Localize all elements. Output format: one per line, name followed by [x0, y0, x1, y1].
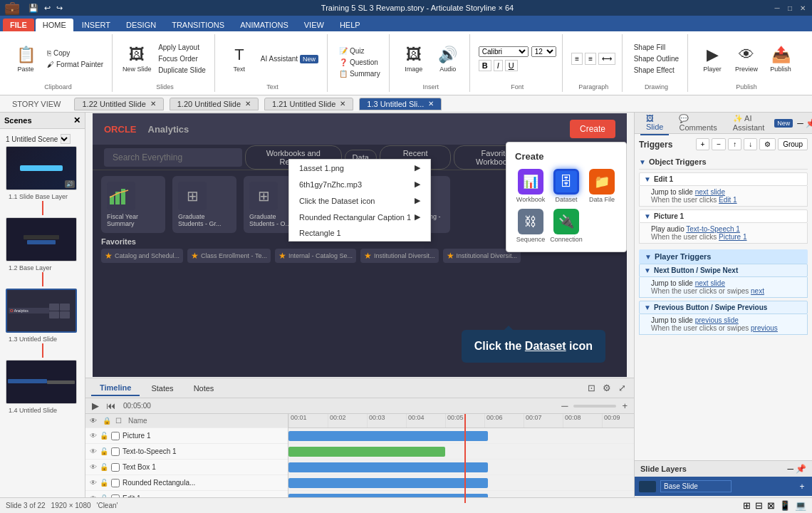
states-tab[interactable]: States	[142, 381, 182, 395]
trigger-picture1-expand[interactable]: ▼	[644, 212, 651, 220]
timeline-tab[interactable]: Timeline	[91, 380, 140, 396]
duplicate-slide-button[interactable]: Duplicate Slide	[155, 65, 209, 76]
view-normal-btn[interactable]: ⊞	[743, 500, 751, 511]
tl-eye-picture1[interactable]: 👁	[90, 432, 97, 440]
ctx-asset[interactable]: 1asset 1.png ▶	[289, 160, 430, 176]
ctx-rect1[interactable]: Rectangle 1	[289, 225, 430, 241]
layer-name-input[interactable]	[660, 480, 732, 492]
layer-add-btn[interactable]: +	[796, 481, 808, 492]
tl-block-tts1[interactable]	[288, 447, 445, 457]
ribbon-tab-help[interactable]: HELP	[333, 19, 368, 31]
tl-fit-btn[interactable]: ⊡	[585, 381, 598, 395]
view-100-btn[interactable]: ⊠	[767, 500, 775, 511]
analytics-search[interactable]	[104, 148, 242, 167]
slide-tab-right[interactable]: 🖼 Slide	[640, 111, 669, 135]
quick-access-undo[interactable]: ↩	[44, 4, 51, 13]
close-btn[interactable]: ✕	[798, 3, 808, 13]
fav-catalog[interactable]: ★ Catalog and Schedul...	[101, 249, 183, 263]
fav-class[interactable]: ★ Class Enrollment - Te...	[187, 249, 271, 263]
trigger-edit1-condition-link[interactable]: Edit 1	[719, 196, 737, 204]
tl-settings-btn[interactable]: ⚙	[600, 381, 613, 395]
trigger-next-condition[interactable]: next	[751, 287, 764, 295]
tl-rewind-btn[interactable]: ⏮	[104, 399, 118, 413]
insert-audio-button[interactable]: 🔊 Audio	[432, 39, 464, 79]
summary-button[interactable]: 📋 Summary	[336, 68, 383, 79]
tl-block-picture1[interactable]	[288, 431, 488, 441]
ai-tab-right[interactable]: ✨ AI Assistant	[727, 111, 771, 135]
ribbon-tab-view[interactable]: VIEW	[297, 19, 331, 31]
align-center-button[interactable]: ≡	[585, 53, 596, 65]
align-left-button[interactable]: ≡	[571, 53, 583, 65]
copy-button[interactable]: ⎘ Copy	[44, 48, 106, 58]
create-button[interactable]: Create	[570, 120, 615, 138]
tl-zoom-slider[interactable]	[573, 405, 616, 408]
ai-assistant-button[interactable]: AI Assistant New	[258, 53, 321, 65]
tl-play-btn[interactable]: ▶	[90, 399, 101, 413]
trigger-next-target[interactable]: next slide	[695, 279, 725, 287]
tl-lock-tts1[interactable]: 🔓	[100, 447, 108, 455]
tl-eye-tts1[interactable]: 👁	[90, 447, 97, 455]
paste-button[interactable]: 📋 Paste	[10, 39, 41, 79]
tl-expand-btn[interactable]: ⤢	[616, 381, 628, 395]
story-view-tab[interactable]: STORY VIEW	[4, 97, 68, 111]
slide-thumb-1-1[interactable]: 🔊	[6, 146, 77, 190]
trigger-prev-target[interactable]: previous slide	[695, 316, 739, 324]
trigger-settings-btn[interactable]: ⚙	[759, 138, 776, 150]
slide-tab-2[interactable]: 1.20 Untitled Slide ✕	[170, 98, 259, 110]
quick-access-save[interactable]: 💾	[28, 4, 38, 13]
tl-zoom-out-btn[interactable]: ─	[559, 399, 570, 413]
playhead[interactable]	[464, 414, 466, 503]
ribbon-tab-transitions[interactable]: TRANSITIONS	[165, 19, 231, 31]
slide-tab-1[interactable]: 1.22 Untitled Slide ✕	[74, 98, 163, 110]
minimize-btn[interactable]: ─	[772, 3, 782, 13]
create-workbook-item[interactable]: 📊 Workbook	[515, 169, 546, 203]
tl-check-picture1[interactable]	[111, 432, 120, 440]
create-dataset-item[interactable]: 🗄 Dataset	[551, 169, 582, 203]
shape-effect-button[interactable]: Shape Effect	[631, 65, 682, 76]
layers-collapse-btn[interactable]: ─	[787, 464, 793, 474]
slide-thumb-1-3[interactable]: OAnalytics	[6, 289, 77, 333]
trigger-next-expand[interactable]: ▼	[644, 266, 651, 274]
create-connection-item[interactable]: 🔌 Connection	[551, 209, 582, 243]
italic-button[interactable]: I	[494, 60, 503, 71]
text-direction-button[interactable]: ⟷	[598, 53, 615, 65]
trigger-picture1-target[interactable]: Text-to-Speech 1	[686, 225, 740, 233]
trigger-group-btn[interactable]: Group	[778, 138, 808, 150]
trigger-prev-condition[interactable]: previous	[751, 324, 778, 332]
ctx-audio[interactable]: 6th1gy7nZhc.mp3 ▶	[289, 176, 430, 192]
preview-button[interactable]: 👁 Preview	[731, 39, 762, 79]
slide-tab-4[interactable]: 1.3 Untitled Sli... ✕	[359, 98, 442, 110]
shape-outline-button[interactable]: Shape Outline	[631, 53, 682, 64]
ctx-rounded-rect[interactable]: Rounded Rectangular Caption 1 ▶	[289, 209, 430, 225]
layer-base-slide[interactable]: +	[635, 477, 812, 497]
trigger-prev-expand[interactable]: ▼	[644, 304, 651, 311]
trigger-up-btn[interactable]: ↑	[728, 138, 741, 150]
scenes-collapse-btn[interactable]: ✕	[73, 115, 80, 125]
comments-tab-right[interactable]: 💬 Comments	[673, 111, 722, 135]
shape-fill-button[interactable]: Shape Fill	[631, 42, 682, 53]
publish-button[interactable]: 📤 Publish	[765, 39, 796, 79]
trigger-edit1-expand[interactable]: ▼	[644, 175, 651, 183]
focus-order-button[interactable]: Focus Order	[155, 53, 209, 64]
slide-tab-3-close[interactable]: ✕	[340, 100, 345, 108]
tl-zoom-in-btn[interactable]: +	[620, 399, 630, 413]
bold-button[interactable]: B	[479, 60, 491, 71]
view-phone-btn[interactable]: 📱	[779, 500, 791, 511]
scene-1-dropdown[interactable]: ▼	[61, 134, 71, 144]
maximize-btn[interactable]: □	[785, 3, 795, 13]
font-size-select[interactable]: 12	[531, 46, 556, 57]
trigger-delete-btn[interactable]: −	[712, 138, 726, 150]
tl-lock-picture1[interactable]: 🔓	[100, 432, 108, 440]
slide-tab-1-close[interactable]: ✕	[150, 100, 156, 108]
trigger-picture1-condition-link[interactable]: Picture 1	[719, 233, 746, 241]
right-panel-pin-btn[interactable]: 📌	[806, 118, 812, 128]
view-fit-btn[interactable]: ⊟	[755, 500, 763, 511]
trigger-down-btn[interactable]: ↓	[744, 138, 757, 150]
question-button[interactable]: ❓ Question	[336, 57, 383, 68]
slide-tab-3[interactable]: 1.21 Untitled Slide ✕	[264, 98, 353, 110]
fav-internal[interactable]: ★ Internal - Catalog Se...	[275, 249, 356, 263]
ribbon-tab-file[interactable]: FILE	[3, 19, 34, 31]
tl-block-textbox1[interactable]	[288, 462, 488, 472]
right-panel-collapse-btn[interactable]: ─	[797, 118, 803, 128]
slide-thumb-1-2[interactable]	[6, 217, 77, 261]
